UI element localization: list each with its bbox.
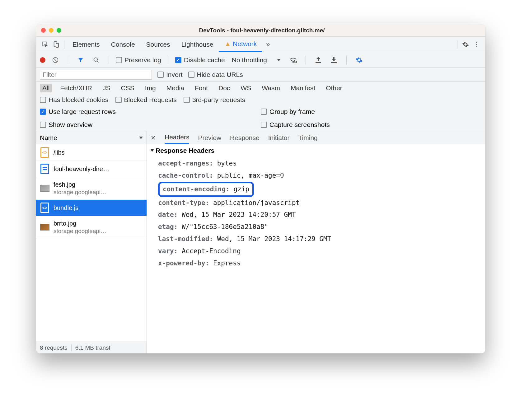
invert-checkbox[interactable]: Invert <box>157 71 183 78</box>
filter-icon[interactable] <box>75 54 86 66</box>
request-footer: 8 requests 6.1 MB transf <box>36 342 147 353</box>
request-row[interactable]: brrto.jpgstorage.googleapi… <box>36 216 147 239</box>
transfer-size: 6.1 MB transf <box>71 344 114 351</box>
capture-screenshots-checkbox[interactable]: Capture screenshots <box>261 121 482 128</box>
request-row-selected[interactable]: <> bundle.js <box>36 200 147 216</box>
type-filter-row: All Fetch/XHR JS CSS Img Media Font Doc … <box>36 82 485 94</box>
header-row: etag: W/"15cc63-186e5a210a8" <box>158 221 482 233</box>
js-file-icon: <> <box>40 147 49 158</box>
group-frame-checkbox[interactable]: Group by frame <box>261 108 482 115</box>
header-row: vary: Accept-Encoding <box>158 245 482 257</box>
type-doc[interactable]: Doc <box>216 84 232 92</box>
name-column-header[interactable]: Name <box>36 131 147 144</box>
minimize-icon[interactable] <box>49 28 54 33</box>
type-js[interactable]: JS <box>100 84 113 92</box>
extra-filter-row: Has blocked cookies Blocked Requests 3rd… <box>36 94 485 105</box>
tab-sources[interactable]: Sources <box>141 37 176 52</box>
record-button[interactable] <box>40 57 45 63</box>
header-row: content-type: application/javascript <box>158 197 482 209</box>
type-all[interactable]: All <box>40 84 52 92</box>
settings-gear-icon[interactable] <box>353 54 365 66</box>
type-img[interactable]: Img <box>143 84 158 92</box>
devtools-window: DevTools - foul-heavenly-direction.glitc… <box>36 24 485 353</box>
tab-console[interactable]: Console <box>105 37 141 52</box>
tab-network[interactable]: ▲Network <box>219 37 262 52</box>
detail-tab-bar: ✕ Headers Preview Response Initiator Tim… <box>147 131 485 144</box>
type-css[interactable]: CSS <box>119 84 137 92</box>
disable-cache-checkbox[interactable]: Disable cache <box>175 56 225 64</box>
type-ws[interactable]: WS <box>238 84 254 92</box>
detail-panel: ✕ Headers Preview Response Initiator Tim… <box>147 131 485 353</box>
image-icon <box>40 185 49 192</box>
type-font[interactable]: Font <box>192 84 210 92</box>
titlebar: DevTools - foul-heavenly-direction.glitc… <box>36 24 485 37</box>
more-tabs-icon[interactable]: » <box>262 39 274 50</box>
options-row: Use large request rows Show overview Gro… <box>36 105 485 131</box>
svg-rect-2 <box>56 43 58 47</box>
request-row[interactable]: <> /libs <box>36 144 147 161</box>
svg-point-6 <box>295 61 297 63</box>
header-row: date: Wed, 15 Mar 2023 14:20:57 GMT <box>158 209 482 221</box>
document-icon <box>40 164 49 174</box>
response-headers-section[interactable]: Response Headers <box>151 147 482 154</box>
tab-elements[interactable]: Elements <box>67 37 105 52</box>
filter-row: Invert Hide data URLs <box>36 68 485 82</box>
svg-point-5 <box>293 61 294 62</box>
svg-point-4 <box>94 58 98 61</box>
traffic-lights <box>41 28 61 33</box>
hide-data-urls-checkbox[interactable]: Hide data URLs <box>188 71 243 78</box>
blocked-cookies-checkbox[interactable]: Has blocked cookies <box>40 96 109 104</box>
detail-tab-preview[interactable]: Preview <box>198 131 221 144</box>
content-area: Name <> /libs foul-heavenly-dire… fesh.j… <box>36 131 485 353</box>
kebab-icon[interactable]: ⋮ <box>471 39 482 50</box>
header-row: accept-ranges: bytes <box>158 157 482 170</box>
type-wasm[interactable]: Wasm <box>259 84 283 92</box>
request-count: 8 requests <box>36 344 71 351</box>
header-row: last-modified: Wed, 15 Mar 2023 14:17:29… <box>158 233 482 245</box>
close-detail-icon[interactable]: ✕ <box>151 134 156 142</box>
tab-lighthouse[interactable]: Lighthouse <box>176 37 219 52</box>
third-party-checkbox[interactable]: 3rd-party requests <box>184 96 245 104</box>
detail-body: Response Headers accept-ranges: bytes ca… <box>147 144 485 353</box>
header-row: x-powered-by: Express <box>158 257 482 269</box>
gear-icon[interactable] <box>460 39 471 50</box>
js-file-icon: <> <box>40 203 49 213</box>
request-items: <> /libs foul-heavenly-dire… fesh.jpgsto… <box>36 144 147 342</box>
large-rows-checkbox[interactable]: Use large request rows <box>40 108 261 115</box>
filter-input[interactable] <box>40 70 152 80</box>
download-icon[interactable] <box>328 54 339 66</box>
type-fetch[interactable]: Fetch/XHR <box>58 84 95 92</box>
type-manifest[interactable]: Manifest <box>288 84 318 92</box>
show-overview-checkbox[interactable]: Show overview <box>40 121 261 128</box>
request-row[interactable]: fesh.jpgstorage.googleapi… <box>36 177 147 200</box>
request-row[interactable]: foul-heavenly-dire… <box>36 161 147 177</box>
image-icon <box>40 224 49 231</box>
warning-icon: ▲ <box>224 40 231 48</box>
svg-rect-8 <box>331 62 337 63</box>
detail-tab-headers[interactable]: Headers <box>165 131 189 144</box>
detail-tab-response[interactable]: Response <box>230 131 260 144</box>
network-toolbar: Preserve log Disable cache No throttling <box>36 52 485 68</box>
clear-icon[interactable] <box>50 54 61 66</box>
type-media[interactable]: Media <box>164 84 187 92</box>
detail-tab-initiator[interactable]: Initiator <box>268 131 290 144</box>
throttling-select[interactable]: No throttling <box>229 56 283 64</box>
close-icon[interactable] <box>41 28 46 33</box>
svg-rect-7 <box>316 62 321 63</box>
type-other[interactable]: Other <box>323 84 345 92</box>
window-title: DevTools - foul-heavenly-direction.glitc… <box>61 27 462 34</box>
network-conditions-icon[interactable] <box>288 54 299 66</box>
header-row: content-encoding: gzip <box>158 182 482 197</box>
maximize-icon[interactable] <box>57 28 61 33</box>
inspect-icon[interactable] <box>39 39 50 50</box>
preserve-log-checkbox[interactable]: Preserve log <box>116 56 161 64</box>
detail-tab-timing[interactable]: Timing <box>298 131 318 144</box>
search-icon[interactable] <box>91 54 102 66</box>
header-row: cache-control: public, max-age=0 <box>158 170 482 182</box>
device-icon[interactable] <box>50 39 62 50</box>
blocked-requests-checkbox[interactable]: Blocked Requests <box>115 96 177 104</box>
upload-icon[interactable] <box>313 54 324 66</box>
headers-list: accept-ranges: bytes cache-control: publ… <box>151 157 482 269</box>
sort-icon <box>139 137 143 139</box>
main-tab-bar: Elements Console Sources Lighthouse ▲Net… <box>36 37 485 52</box>
